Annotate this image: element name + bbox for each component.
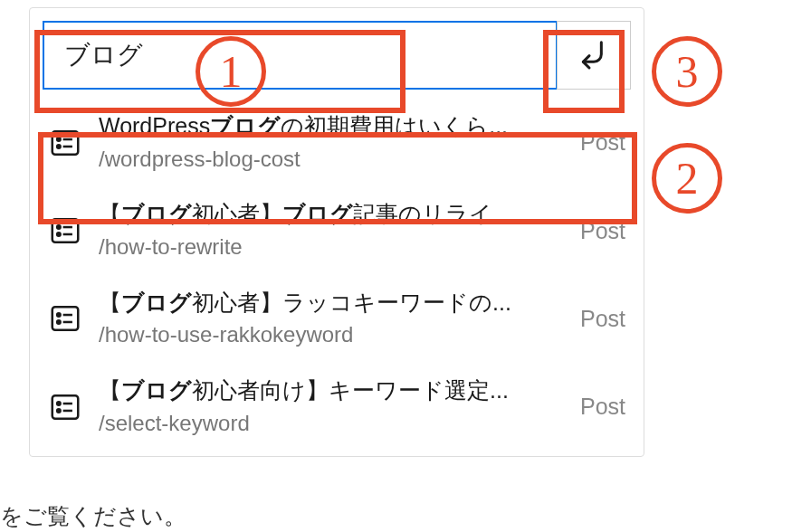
result-item[interactable]: WordPressブログの初期費用はいくら... /wordpress-blog… bbox=[30, 99, 644, 186]
result-slug: /how-to-use-rakkokeyword bbox=[99, 319, 557, 350]
trailing-text: をご覧ください。 bbox=[0, 501, 186, 531]
svg-rect-10 bbox=[52, 308, 79, 330]
post-icon bbox=[48, 126, 82, 160]
submit-button[interactable] bbox=[557, 21, 631, 90]
result-body: 【ブログ初心者】ラッコキーワードの... /how-to-use-rakkoke… bbox=[99, 288, 557, 350]
link-search-panel: WordPressブログの初期費用はいくら... /wordpress-blog… bbox=[29, 7, 644, 457]
annotation-circle-3: 3 bbox=[652, 36, 722, 107]
result-item[interactable]: 【ブログ初心者】ラッコキーワードの... /how-to-use-rakkoke… bbox=[30, 275, 644, 363]
svg-point-3 bbox=[57, 145, 60, 147]
result-type-label: Post bbox=[580, 306, 625, 332]
svg-rect-5 bbox=[52, 219, 79, 242]
result-slug: /how-to-rewrite bbox=[99, 232, 557, 262]
result-type-label: Post bbox=[580, 129, 625, 156]
result-title: 【ブログ初心者向け】キーワード選定... bbox=[99, 375, 557, 406]
svg-point-16 bbox=[57, 402, 60, 404]
svg-point-18 bbox=[57, 409, 60, 412]
svg-point-6 bbox=[57, 225, 60, 228]
svg-rect-15 bbox=[52, 395, 79, 418]
result-title: 【ブログ初心者】ブログ記事のリライ... bbox=[99, 199, 557, 230]
result-list: WordPressブログの初期費用はいくら... /wordpress-blog… bbox=[30, 99, 644, 451]
result-title: 【ブログ初心者】ラッコキーワードの... bbox=[99, 288, 557, 318]
result-body: 【ブログ初心者】ブログ記事のリライ... /how-to-rewrite bbox=[99, 199, 557, 261]
svg-point-13 bbox=[57, 321, 60, 324]
annotation-circle-2: 2 bbox=[652, 143, 722, 214]
svg-rect-0 bbox=[52, 131, 79, 154]
result-body: WordPressブログの初期費用はいくら... /wordpress-blog… bbox=[99, 111, 557, 174]
result-slug: /select-keyword bbox=[99, 408, 557, 439]
post-icon bbox=[48, 214, 82, 248]
search-row bbox=[30, 8, 644, 99]
result-type-label: Post bbox=[580, 218, 625, 244]
result-body: 【ブログ初心者向け】キーワード選定... /select-keyword bbox=[99, 375, 557, 438]
svg-point-11 bbox=[57, 314, 60, 317]
post-icon bbox=[48, 301, 82, 336]
result-item[interactable]: 【ブログ初心者向け】キーワード選定... /select-keyword Pos… bbox=[30, 363, 644, 451]
enter-arrow-icon bbox=[576, 36, 612, 75]
result-type-label: Post bbox=[580, 394, 625, 420]
search-input[interactable] bbox=[43, 21, 558, 90]
svg-point-1 bbox=[57, 138, 60, 140]
result-item[interactable]: 【ブログ初心者】ブログ記事のリライ... /how-to-rewrite Pos… bbox=[30, 186, 644, 274]
post-icon bbox=[48, 390, 82, 424]
result-slug: /wordpress-blog-cost bbox=[99, 144, 557, 175]
result-title: WordPressブログの初期費用はいくら... bbox=[99, 111, 557, 142]
svg-point-8 bbox=[57, 233, 60, 235]
